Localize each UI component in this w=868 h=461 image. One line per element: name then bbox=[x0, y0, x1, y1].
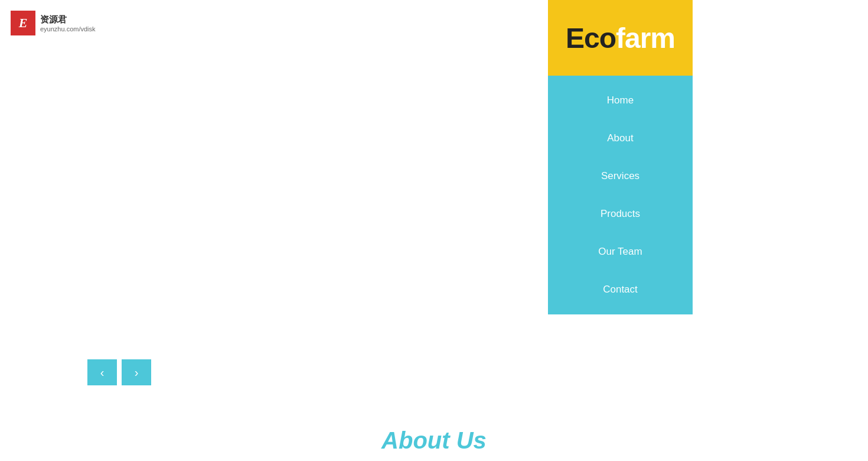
nav-panel: Ecofarm Home About Services Products Our… bbox=[548, 0, 693, 314]
nav-item-products[interactable]: Products bbox=[548, 195, 693, 233]
watermark-text: 资源君 eyunzhu.com/vdisk bbox=[40, 14, 96, 33]
watermark-url: eyunzhu.com/vdisk bbox=[40, 25, 96, 33]
nav-item-our-team[interactable]: Our Team bbox=[548, 233, 693, 271]
carousel-prev-button[interactable]: ‹ bbox=[87, 359, 117, 385]
carousel-controls: ‹ › bbox=[87, 359, 151, 385]
about-us-heading: About Us bbox=[0, 427, 868, 454]
carousel-next-button[interactable]: › bbox=[122, 359, 151, 385]
nav-item-home[interactable]: Home bbox=[548, 82, 693, 119]
nav-item-services[interactable]: Services bbox=[548, 157, 693, 195]
brand-eco: Eco bbox=[566, 22, 616, 54]
watermark-title: 资源君 bbox=[40, 14, 96, 25]
nav-menu: Home About Services Products Our Team Co… bbox=[548, 76, 693, 314]
watermark-icon: E bbox=[11, 11, 35, 35]
brand-name: Ecofarm bbox=[566, 22, 675, 54]
brand-farm: farm bbox=[616, 22, 675, 54]
brand-header: Ecofarm bbox=[548, 0, 693, 76]
nav-item-about[interactable]: About bbox=[548, 119, 693, 157]
watermark-logo: E 资源君 eyunzhu.com/vdisk bbox=[11, 11, 96, 35]
nav-item-contact[interactable]: Contact bbox=[548, 271, 693, 309]
